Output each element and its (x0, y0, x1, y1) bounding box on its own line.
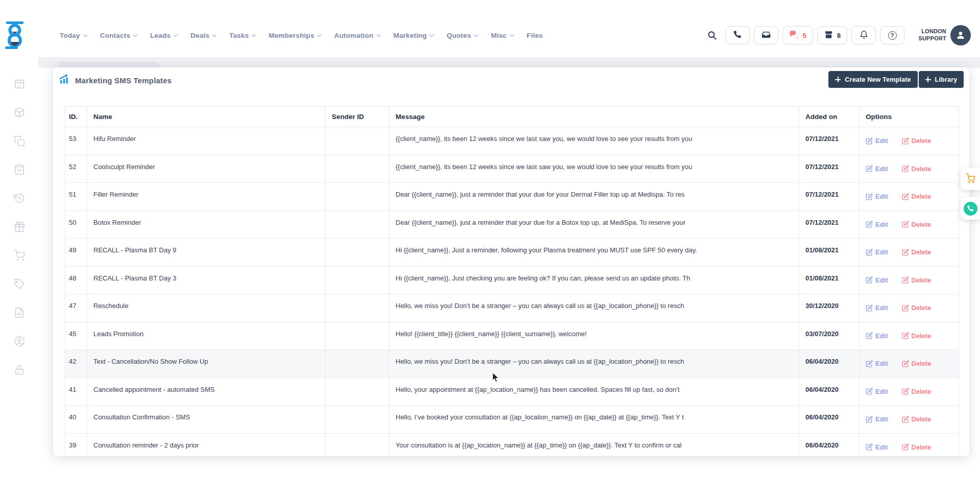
cell-name: Text - Cancellation/No Show Follow Up (87, 350, 326, 378)
question-icon (888, 31, 897, 40)
account-menu[interactable]: LONDON SUPPORT (913, 25, 971, 45)
cell-name: Consultation reminder - 2 days prior (87, 433, 326, 456)
edit-link[interactable]: Edit (866, 137, 888, 145)
help-button[interactable] (880, 26, 904, 44)
chevron-down-icon (474, 32, 478, 36)
delete-link[interactable]: Delete (902, 193, 932, 200)
edit-square-icon (866, 332, 873, 339)
bell-icon (860, 30, 868, 41)
delete-link[interactable]: Delete (902, 415, 932, 423)
nav-item-misc[interactable]: Misc (491, 32, 513, 39)
cell-id: 39 (65, 433, 87, 456)
cell-added-on: 07/12/2021 (799, 210, 860, 239)
edit-link[interactable]: Edit (866, 304, 888, 312)
nav-item-today[interactable]: Today (60, 32, 87, 39)
edit-square-icon (902, 249, 909, 256)
cell-sender-id (326, 210, 389, 239)
copy-icon[interactable] (14, 135, 25, 147)
edit-link-label: Edit (875, 165, 888, 173)
edit-square-icon (866, 249, 873, 256)
cell-message: Dear {{client_name}}, just a reminder th… (389, 183, 799, 211)
delete-link[interactable]: Delete (902, 165, 932, 173)
cell-sender-id (326, 322, 389, 350)
delete-link[interactable]: Delete (902, 304, 932, 312)
delete-link[interactable]: Delete (902, 443, 932, 451)
nav-item-leads[interactable]: Leads (150, 32, 177, 39)
edit-link[interactable]: Edit (866, 415, 888, 423)
nav-item-files[interactable]: Files (527, 32, 543, 39)
nav-item-quotes[interactable]: Quotes (447, 32, 478, 39)
column-header-added-on: Added on (799, 107, 860, 127)
cell-sender-id (326, 350, 389, 378)
edit-link[interactable]: Edit (866, 165, 888, 173)
bag-icon[interactable] (14, 163, 25, 176)
notifications-button[interactable] (851, 26, 876, 44)
cell-id: 53 (65, 127, 87, 155)
messages-button[interactable]: 5 (782, 26, 813, 44)
edit-link[interactable]: Edit (866, 388, 888, 395)
nav-item-label: Tasks (229, 32, 249, 39)
box-icon[interactable] (14, 106, 25, 119)
create-new-template-button[interactable]: Create New Template (828, 71, 918, 88)
sidebar: 12 (0, 0, 38, 495)
cell-options: EditDelete (860, 183, 959, 211)
edit-link-label: Edit (875, 332, 888, 340)
inbox-button[interactable] (754, 26, 778, 44)
delete-link[interactable]: Delete (902, 221, 932, 228)
cell-added-on: 06/04/2020 (799, 350, 860, 378)
store-button[interactable]: 8 (817, 26, 847, 44)
search-icon[interactable] (707, 30, 717, 40)
edit-link[interactable]: Edit (866, 193, 888, 200)
delete-link-label: Delete (912, 360, 932, 367)
history-icon[interactable] (14, 192, 25, 204)
app-logo[interactable] (5, 21, 25, 51)
phone-button[interactable] (725, 26, 750, 44)
cell-id: 40 (65, 406, 87, 434)
nav-item-label: Memberships (268, 32, 314, 39)
nav-item-deals[interactable]: Deals (190, 32, 216, 39)
delete-link[interactable]: Delete (902, 248, 932, 256)
nav-item-memberships[interactable]: Memberships (268, 32, 321, 39)
delete-link[interactable]: Delete (902, 332, 932, 340)
edit-square-icon (902, 332, 909, 339)
library-button[interactable]: Library (919, 71, 964, 88)
delete-link-label: Delete (912, 415, 932, 423)
delete-link-label: Delete (912, 276, 932, 284)
edit-link[interactable]: Edit (866, 221, 888, 228)
lock-icon[interactable] (14, 364, 25, 376)
edit-square-icon (902, 137, 909, 145)
report-icon[interactable] (14, 307, 25, 319)
delete-link[interactable]: Delete (902, 388, 932, 395)
column-header-options: Options (860, 107, 959, 127)
cart-floating-button[interactable] (961, 168, 980, 190)
chevron-down-icon (317, 32, 321, 36)
cell-message: Hello, we miss you! Don’t be a stranger … (389, 294, 799, 322)
cell-id: 50 (65, 210, 87, 239)
delete-link[interactable]: Delete (902, 276, 932, 284)
nav-item-automation[interactable]: Automation (334, 32, 380, 39)
nav-item-contacts[interactable]: Contacts (100, 32, 137, 39)
edit-link-label: Edit (875, 137, 888, 145)
edit-link[interactable]: Edit (866, 360, 888, 367)
nav-item-marketing[interactable]: Marketing (394, 32, 434, 39)
cart-icon[interactable] (14, 249, 25, 262)
whatsapp-floating-button[interactable] (961, 197, 980, 220)
gift-icon[interactable] (14, 221, 25, 233)
cell-message: Hello, I’ve booked your consultation at … (389, 406, 799, 434)
edit-link[interactable]: Edit (866, 276, 888, 284)
tags-icon[interactable] (14, 278, 25, 290)
cell-name: Coolsculpt Reminder (87, 155, 326, 183)
calendar-icon[interactable]: 12 (14, 78, 25, 90)
edit-link[interactable]: Edit (866, 332, 888, 340)
chevron-down-icon (376, 32, 380, 36)
delete-link[interactable]: Delete (902, 360, 932, 367)
edit-square-icon (902, 360, 909, 367)
edit-link[interactable]: Edit (866, 248, 888, 256)
cell-sender-id (326, 378, 389, 406)
nav-item-tasks[interactable]: Tasks (229, 32, 255, 39)
account-icon[interactable] (14, 335, 25, 347)
delete-link-label: Delete (912, 137, 932, 145)
edit-link[interactable]: Edit (866, 443, 888, 451)
delete-link[interactable]: Delete (902, 137, 932, 145)
edit-square-icon (866, 276, 873, 284)
